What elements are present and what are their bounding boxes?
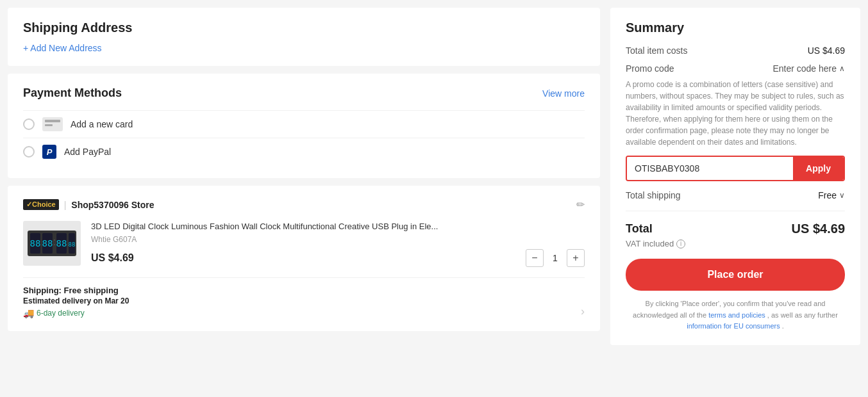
estimated-date: Mar 20 bbox=[104, 296, 129, 305]
credit-card-icon bbox=[42, 117, 63, 131]
total-value: US $4.69 bbox=[792, 222, 845, 236]
svg-text:88: 88 bbox=[30, 238, 41, 248]
store-divider: | bbox=[64, 200, 67, 210]
apply-button[interactable]: Apply bbox=[793, 157, 844, 180]
total-shipping-value-group: Free ∨ bbox=[818, 190, 845, 200]
enter-code-toggle[interactable]: Enter code here ∧ bbox=[772, 63, 845, 74]
terms-policies-link[interactable]: terms and policies bbox=[708, 311, 765, 319]
product-price-row: US $4.69 − 1 + bbox=[91, 249, 585, 267]
truck-icon: 🚚 bbox=[23, 308, 34, 318]
estimated-delivery: Estimated delivery on Mar 20 bbox=[23, 296, 129, 305]
place-order-button[interactable]: Place order bbox=[626, 259, 845, 291]
total-shipping-label: Total shipping bbox=[626, 190, 681, 200]
store-name[interactable]: Shop5370096 Store bbox=[71, 200, 154, 210]
product-variant: Whtie G607A bbox=[91, 235, 585, 244]
vat-row: VAT included i bbox=[626, 239, 845, 248]
promo-code-input[interactable] bbox=[627, 157, 793, 180]
product-details: 3D LED Digital Clock Luminous Fashion Wa… bbox=[91, 221, 585, 267]
card-radio[interactable] bbox=[23, 118, 35, 130]
estimated-label: Estimated delivery on bbox=[23, 296, 103, 305]
add-paypal-label: Add PayPal bbox=[64, 147, 111, 157]
total-item-value: US $4.69 bbox=[808, 45, 845, 56]
view-more-link[interactable]: View more bbox=[542, 88, 585, 99]
svg-text:88: 88 bbox=[42, 238, 53, 248]
delivery-badge: 🚚 6-day delivery bbox=[23, 308, 129, 318]
store-info: ✓Choice | Shop5370096 Store bbox=[23, 199, 154, 210]
svg-text::: : bbox=[53, 236, 56, 247]
quantity-control: − 1 + bbox=[526, 249, 585, 267]
delivery-days-label: 6-day delivery bbox=[37, 309, 85, 318]
summary-panel: Summary Total item costs US $4.69 Promo … bbox=[610, 8, 860, 345]
promo-code-row: Promo code Enter code here ∧ bbox=[626, 63, 845, 74]
add-paypal-option[interactable]: P Add PayPal bbox=[23, 138, 585, 165]
promo-input-row: Apply bbox=[626, 156, 845, 181]
vat-label: VAT included bbox=[626, 239, 674, 248]
chevron-down-icon[interactable]: ∨ bbox=[839, 191, 845, 200]
eu-consumers-link[interactable]: information for EU consumers bbox=[687, 322, 780, 330]
shipping-address-card: Shipping Address + Add New Address bbox=[8, 8, 600, 66]
product-image: 88 88 : 88 88 bbox=[23, 221, 81, 266]
chevron-up-icon: ∧ bbox=[839, 64, 845, 73]
total-item-row: Total item costs US $4.69 bbox=[626, 45, 845, 56]
promo-description: A promo code is a combination of letters… bbox=[626, 79, 845, 148]
product-row: 88 88 : 88 88 3D LED Digital Clock Lumin… bbox=[23, 221, 585, 267]
promo-label: Promo code bbox=[626, 63, 674, 74]
total-item-label: Total item costs bbox=[626, 45, 687, 56]
terms-text-2: , as well as any further bbox=[767, 311, 838, 319]
choice-badge: ✓Choice bbox=[23, 199, 59, 210]
payment-title: Payment Methods bbox=[23, 86, 122, 100]
shipping-info-section: Shipping: Free shipping Estimated delive… bbox=[23, 277, 585, 318]
product-price: US $4.69 bbox=[91, 252, 134, 264]
payment-methods-card: Payment Methods View more Add a new card… bbox=[8, 74, 600, 178]
qty-value: 1 bbox=[549, 253, 562, 263]
shipping-arrow-icon[interactable]: › bbox=[581, 305, 585, 318]
total-shipping-row: Total shipping Free ∨ bbox=[626, 190, 845, 211]
add-card-label: Add a new card bbox=[71, 119, 133, 129]
shipping-details: Shipping: Free shipping Estimated delive… bbox=[23, 286, 129, 318]
total-label: Total bbox=[626, 222, 653, 236]
terms-text: By clicking 'Place order', you confirm t… bbox=[626, 298, 845, 332]
payment-header: Payment Methods View more bbox=[23, 86, 585, 100]
terms-text-3: . bbox=[782, 322, 784, 330]
svg-text:88: 88 bbox=[56, 238, 67, 248]
paypal-icon: P bbox=[42, 145, 56, 159]
edit-icon[interactable]: ✏ bbox=[576, 199, 585, 211]
total-shipping-value: Free bbox=[818, 190, 837, 200]
product-name: 3D LED Digital Clock Luminous Fashion Wa… bbox=[91, 221, 585, 232]
shipping-address-title: Shipping Address bbox=[23, 20, 585, 35]
summary-card: Summary Total item costs US $4.69 Promo … bbox=[610, 8, 860, 345]
store-header: ✓Choice | Shop5370096 Store ✏ bbox=[23, 199, 585, 211]
card-lines-icon bbox=[45, 120, 60, 129]
paypal-radio[interactable] bbox=[23, 146, 35, 158]
qty-increase-button[interactable]: + bbox=[567, 249, 585, 267]
svg-text:88: 88 bbox=[69, 241, 76, 248]
qty-decrease-button[interactable]: − bbox=[526, 249, 544, 267]
summary-title: Summary bbox=[626, 20, 845, 35]
free-shipping-label: Shipping: Free shipping bbox=[23, 286, 129, 295]
add-card-option[interactable]: Add a new card bbox=[23, 110, 585, 138]
add-new-address-link[interactable]: + Add New Address bbox=[23, 43, 585, 53]
vat-info-icon[interactable]: i bbox=[676, 239, 685, 248]
total-row: Total US $4.69 bbox=[626, 222, 845, 236]
enter-code-label: Enter code here bbox=[772, 63, 837, 74]
store-product-card: ✓Choice | Shop5370096 Store ✏ 88 88 : bbox=[8, 186, 600, 331]
